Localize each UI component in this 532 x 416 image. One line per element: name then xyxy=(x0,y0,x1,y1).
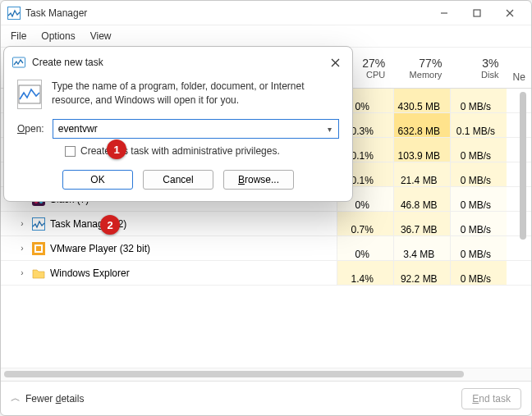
disk-cell: 0 MB/s xyxy=(450,187,507,211)
fewer-details-toggle[interactable]: ︿ Fewer details xyxy=(11,391,455,405)
close-button[interactable] xyxy=(493,2,526,25)
process-name: Windows Explorer xyxy=(50,267,130,279)
disk-cell: 0 MB/s xyxy=(450,89,507,112)
open-combobox[interactable]: ▾ xyxy=(53,119,339,139)
expand-arrow-icon[interactable]: › xyxy=(17,268,27,277)
fewer-details-label: Fewer details xyxy=(25,393,84,405)
admin-privileges-checkbox[interactable] xyxy=(65,146,76,157)
vertical-scrollbar[interactable] xyxy=(520,92,526,240)
network-column-header-cut[interactable]: Ne xyxy=(507,48,531,88)
tm-icon xyxy=(32,217,45,231)
cpu-cell: 0% xyxy=(337,236,393,260)
annotation-2: 2 xyxy=(100,215,120,235)
menu-view[interactable]: View xyxy=(84,27,118,45)
disk-cell: 0 MB/s xyxy=(450,162,507,186)
menu-file[interactable]: File xyxy=(4,27,33,45)
maximize-button[interactable] xyxy=(461,2,493,25)
process-name: VMware Player (32 bit) xyxy=(50,243,150,254)
task-manager-icon xyxy=(7,7,21,20)
footer: ︿ Fewer details End task xyxy=(1,381,531,415)
titlebar: Task Manager xyxy=(1,1,531,25)
disk-cell: 0 MB/s xyxy=(450,261,507,285)
window-title: Task Manager xyxy=(25,7,428,19)
svg-rect-13 xyxy=(36,246,41,251)
process-row[interactable]: ›VMware Player (32 bit)0%3.4 MB0 MB/s xyxy=(1,236,531,261)
svg-rect-2 xyxy=(474,10,480,16)
disk-cell: 0 MB/s xyxy=(450,236,507,260)
mem-cell: 46.8 MB xyxy=(393,187,450,211)
menubar: File Options View xyxy=(1,25,531,48)
expand-arrow-icon[interactable]: › xyxy=(17,219,27,228)
disk-cell: 0 MB/s xyxy=(450,138,507,162)
mem-cell: 103.9 MB xyxy=(393,138,450,162)
cancel-button[interactable]: Cancel xyxy=(143,170,213,190)
mem-cell: 36.7 MB xyxy=(393,212,450,235)
browse-button[interactable]: Browse... xyxy=(223,170,294,190)
mem-cell: 3.4 MB xyxy=(393,236,450,260)
open-input[interactable] xyxy=(53,119,339,139)
create-new-task-dialog: Create new task Type the name of a progr… xyxy=(3,46,353,202)
chevron-down-icon[interactable]: ▾ xyxy=(323,122,336,135)
memory-column-header[interactable]: 77% Memory xyxy=(393,48,450,88)
disk-cell: 0.1 MB/s xyxy=(450,113,507,137)
process-row[interactable]: ›Windows Explorer1.4%92.2 MB0 MB/s xyxy=(1,261,531,286)
disk-cell: 0 MB/s xyxy=(450,212,507,235)
run-program-icon xyxy=(17,80,42,109)
ok-button[interactable]: OK xyxy=(62,170,133,190)
disk-column-header[interactable]: 3% Disk xyxy=(450,48,507,88)
chevron-up-icon: ︿ xyxy=(11,391,21,405)
mem-cell: 92.2 MB xyxy=(393,261,450,285)
horizontal-scrollbar[interactable] xyxy=(1,368,531,381)
explorer-icon xyxy=(32,267,45,280)
horizontal-scrollbar-thumb[interactable] xyxy=(4,371,464,377)
dialog-description: Type the name of a program, folder, docu… xyxy=(52,80,339,109)
minimize-button[interactable] xyxy=(428,2,461,25)
cpu-cell: 0.7% xyxy=(337,212,393,235)
process-row[interactable]: ›Task Manager (2)0.7%36.7 MB0 MB/s xyxy=(1,212,531,236)
run-icon xyxy=(12,56,25,69)
vmware-icon xyxy=(32,242,45,255)
mem-cell: 430.5 MB xyxy=(393,89,450,112)
dialog-title: Create new task xyxy=(32,57,318,68)
mem-cell: 21.4 MB xyxy=(393,162,450,186)
end-task-button[interactable]: End task xyxy=(461,388,521,409)
expand-arrow-icon[interactable]: › xyxy=(17,244,27,253)
cpu-cell: 1.4% xyxy=(337,261,393,285)
menu-options[interactable]: Options xyxy=(34,27,81,45)
mem-cell: 632.8 MB xyxy=(393,113,450,137)
dialog-close-button[interactable] xyxy=(324,53,346,71)
open-label: Open: xyxy=(17,123,44,135)
annotation-1: 1 xyxy=(107,139,126,159)
